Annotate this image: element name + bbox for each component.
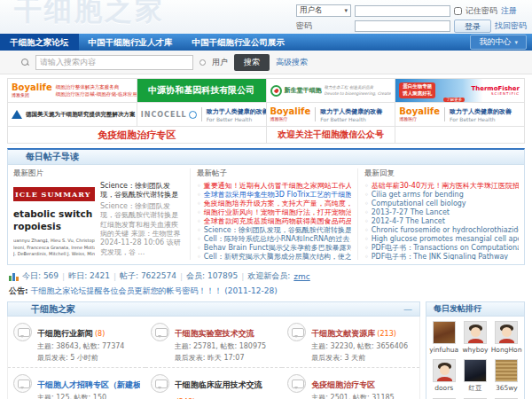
article-thumbnail[interactable]: ICLE SUMMARY etabolic switch ropoiesis u… bbox=[13, 182, 95, 258]
latest-replies-label: 最新回复 bbox=[364, 168, 519, 179]
ad-zhongyuan[interactable]: 中源协和基因科技有限公司 bbox=[137, 79, 266, 102]
forum-cell[interactable]: 免疫细胞治疗专区 主题: 2501, 帖数: 31185 最后发表: 2024-… bbox=[282, 368, 419, 399]
tab-company-showcase[interactable]: 中国干细胞行业公司展示 bbox=[183, 34, 295, 51]
username-type-select[interactable]: 用户名 ▾ bbox=[296, 4, 351, 17]
post-link[interactable]: 免疫细胞培养升级方案，支持大产量，高纯度，性价比飙升！（免费 bbox=[197, 200, 351, 208]
rank-user[interactable]: HongHong bbox=[491, 321, 522, 354]
learn-more-button[interactable]: 了解更多 bbox=[443, 98, 465, 102]
latest-posts-column: 最新帖子 重要通知！近期有人仿冒干细胞之家网站工作人员身份！！！ 全球首款采用华… bbox=[190, 168, 351, 260]
avatar bbox=[433, 321, 456, 344]
reply-link[interactable]: Computational cell biology bbox=[364, 200, 519, 208]
ad-boyalife-med-2[interactable]: Boyalife 博雅医疗 致力于人类健康的改善 For Better Heal… bbox=[395, 103, 524, 126]
daily-rank-title: 每日发帖排行 bbox=[426, 302, 524, 317]
tab-forum[interactable]: 干细胞之家论坛 bbox=[0, 34, 79, 51]
my-center-button[interactable]: 我的中心▾ bbox=[470, 35, 527, 50]
boyalife-logo: Boyalife bbox=[399, 107, 440, 116]
ad-incocell[interactable]: INCOCELL 致力于人类健康的改善 For Better Health bbox=[137, 103, 266, 126]
search-button[interactable]: 搜索 bbox=[234, 54, 270, 71]
username-input[interactable] bbox=[355, 5, 450, 17]
rank-user[interactable]: yinfuhua bbox=[428, 321, 459, 354]
incocell-ring-icon bbox=[189, 111, 197, 119]
image-caption-body: Science：徐剑团队发现，谷氨酰胺代谢转换是红细胞发育和相关血液疾病的关键 … bbox=[100, 202, 184, 257]
chevron-down-icon: ▾ bbox=[344, 7, 348, 14]
daily-rank-panel: 每日发帖排行 yinfuhua whyboy HongHong doors bbox=[426, 301, 525, 399]
reply-link[interactable]: 2013-7-27 The Lancet bbox=[364, 208, 519, 217]
ad-thermofisher[interactable]: 蛋白生物专题 诱人聚惠好礼 了解更多 ThermoFisher SCIENTIF… bbox=[395, 79, 524, 102]
remember-label: 记住密码 bbox=[466, 5, 497, 17]
post-link[interactable]: 重要通知！近期有人仿冒干细胞之家网站工作人员身份！！！ bbox=[197, 182, 351, 191]
forgot-password-link[interactable]: 找回密码 bbox=[495, 20, 527, 32]
avatar bbox=[464, 321, 487, 344]
password-input[interactable] bbox=[355, 20, 450, 32]
forum-cell[interactable]: 干细胞实验室技术交流 主题: 25781, 帖数: 180975 最后发表: 昨… bbox=[145, 317, 283, 368]
latest-images-column: 最新图片 ICLE SUMMARY etabolic switch ropoie… bbox=[13, 168, 184, 260]
wechat-follow-link[interactable]: 欢迎关注干细胞微信公众号 bbox=[267, 127, 395, 143]
reply-link[interactable]: Chronic furosemide or hydrochlorothiazid… bbox=[364, 226, 519, 235]
post-link[interactable]: 细胞行业新风向！宠物干细胞疗法，打开宠物治疗和抗衰保健新篇章 bbox=[197, 208, 351, 217]
post-link[interactable]: Cell：新研究揭示大脑形成分层脑次结构，使之能够迅速适应变化 bbox=[197, 253, 351, 260]
avatar bbox=[433, 359, 456, 382]
login-form: 用户名 ▾ 记住密码 注册 密码 登录 找回密码 bbox=[296, 4, 527, 35]
collapse-icon[interactable]: — bbox=[403, 302, 412, 317]
digest-title: 每日帖子导读 bbox=[8, 150, 524, 165]
advanced-search-link[interactable]: 高级搜索 bbox=[276, 57, 308, 68]
avatar bbox=[495, 359, 518, 382]
rank-user[interactable]: 红豆 bbox=[459, 359, 490, 393]
boyalife-logo: Boyalife bbox=[12, 83, 52, 92]
forum-homepage: 干细胞之家 用户名 ▾ 记住密码 注册 密码 登录 找回密码 干细胞之家论坛 bbox=[0, 0, 532, 399]
post-link[interactable]: 全球首款间充质基质细胞药物获得美国食品药品监督管理局（FDA） bbox=[197, 217, 351, 226]
stat-yesterday: 昨日: 2421 bbox=[68, 270, 110, 282]
tab-talent-pool[interactable]: 中国干细胞行业人才库 bbox=[79, 34, 183, 51]
post-link[interactable]: Science：徐剑团队发现，谷氨酰胺代谢转换是红细胞发育和相关血 bbox=[197, 226, 351, 235]
remember-checkbox[interactable] bbox=[454, 7, 462, 15]
ad-miltenyi[interactable]: 德国美天旎为干细胞研究提供完整解决方案 bbox=[8, 103, 137, 126]
reply-link[interactable]: Cilia get arms for bending bbox=[364, 191, 519, 200]
speech-bubble-icon bbox=[151, 374, 169, 393]
forum-cell[interactable]: 干细胞人才招聘专区（新建板块） 主题: 125, 帖数: 150 最后发表: 2… bbox=[8, 368, 145, 399]
empty-ad-cell bbox=[395, 127, 524, 143]
page-header: 干细胞之家 用户名 ▾ 记住密码 注册 密码 登录 找回密码 bbox=[0, 0, 532, 34]
announcement-bar: 公告: 干细胞之家论坛提醒各位会员更新您的帐号密码！！！ (2011-12-28… bbox=[9, 286, 523, 297]
post-link[interactable]: Behav Brain Funct揭示父亲孕前多巴胺暴露对后代大脑发育的代际 bbox=[197, 244, 351, 253]
announcement-link[interactable]: 干细胞之家论坛提醒各位会员更新您的帐号密码！！！ bbox=[30, 286, 222, 295]
reply-link[interactable]: High glucose promotes mesangial cell apo… bbox=[364, 235, 519, 244]
rank-user[interactable]: whyboy bbox=[459, 321, 490, 354]
speech-bubble-icon bbox=[151, 323, 169, 341]
reply-link[interactable]: PDF电子书：Transactions on Computational Sys… bbox=[364, 244, 519, 253]
stat-today: 今日: 569 bbox=[22, 270, 59, 282]
forum-stats: 今日: 569| 昨日: 2421| 帖子: 7622574| 会员: 1078… bbox=[9, 270, 523, 282]
chevron-down-icon: ▾ bbox=[514, 39, 518, 46]
search-icon bbox=[21, 59, 29, 66]
boyalife-logo: Boyalife bbox=[270, 107, 311, 116]
reply-link[interactable]: 2012-4-7 The Lancet bbox=[364, 217, 519, 226]
reply-link[interactable]: 基础年薪30-40万元！南方医科大学珠江医院招聘博士后 bbox=[364, 182, 519, 191]
ad-boyalife-med-1[interactable]: Boyalife 博雅医疗 致力于人类健康的改善 For Better Heal… bbox=[267, 103, 395, 126]
password-label: 密码 bbox=[296, 20, 351, 32]
post-link[interactable]: 全球首款采用华龛生物3D FloTrix工艺的干细胞新药获得CDE受理 bbox=[197, 191, 351, 200]
forum-cell[interactable]: 干细胞文献资源库(213) 主题: 32230, 帖数: 3656406 最后发… bbox=[282, 317, 419, 368]
search-input[interactable] bbox=[35, 55, 193, 70]
login-button[interactable]: 登录 bbox=[454, 20, 491, 33]
reply-link[interactable]: PDF电子书：The JNK Signaling Pathway bbox=[364, 253, 519, 260]
latest-images-label: 最新图片 bbox=[13, 168, 184, 179]
image-caption-title[interactable]: Science：徐剑团队发现，谷氨酰胺代谢转换是 bbox=[100, 182, 184, 200]
immuno-zone-link[interactable]: 免疫细胞治疗专区 bbox=[8, 127, 266, 143]
ad-xinshengtang[interactable]: 新生堂干细胞 致力生命工程 创造美好品质 Devote to bioengine… bbox=[267, 79, 395, 102]
rank-user[interactable]: 365wy bbox=[491, 359, 522, 393]
register-link[interactable]: 注册 bbox=[501, 5, 517, 17]
stats-chart-icon bbox=[9, 272, 19, 281]
user-radio[interactable] bbox=[200, 59, 206, 66]
stat-posts: 帖子: 7622574 bbox=[120, 270, 176, 282]
post-link[interactable]: Cell：陈玲玲系统总结小RNA和lncRNA的过去、现在和未来 bbox=[197, 235, 351, 244]
incocell-logo: INCOCELL bbox=[141, 111, 187, 119]
newest-member-link[interactable]: zmc bbox=[293, 272, 309, 281]
forum-cell[interactable]: 干细胞行业新闻(8) 主题: 38643, 帖数: 77374 最后发表: 5 … bbox=[8, 317, 145, 368]
speech-bubble-icon bbox=[13, 374, 32, 393]
announcement-date: (2011-12-28) bbox=[224, 286, 277, 295]
thermofisher-logo: ThermoFisher SCIENTIFIC bbox=[471, 86, 520, 96]
ad-boyalife-group[interactable]: Boyalife 博雅集团 细胞治疗整体解决方案服务商 细胞治疗医疗器械-细胞存… bbox=[8, 79, 137, 102]
forum-cell[interactable]: 干细胞临床应用技术交流(348) 主题: 22539, 帖数: 3618665 … bbox=[145, 368, 283, 399]
forum-category-section: 干细胞之家 — 干细胞行业新闻(8) 主题: 38643, 帖数: 77374 … bbox=[7, 301, 420, 399]
rank-user[interactable]: doors bbox=[428, 359, 459, 393]
daily-digest-panel: 每日帖子导读 最新图片 ICLE SUMMARY etabolic switch… bbox=[7, 148, 525, 265]
